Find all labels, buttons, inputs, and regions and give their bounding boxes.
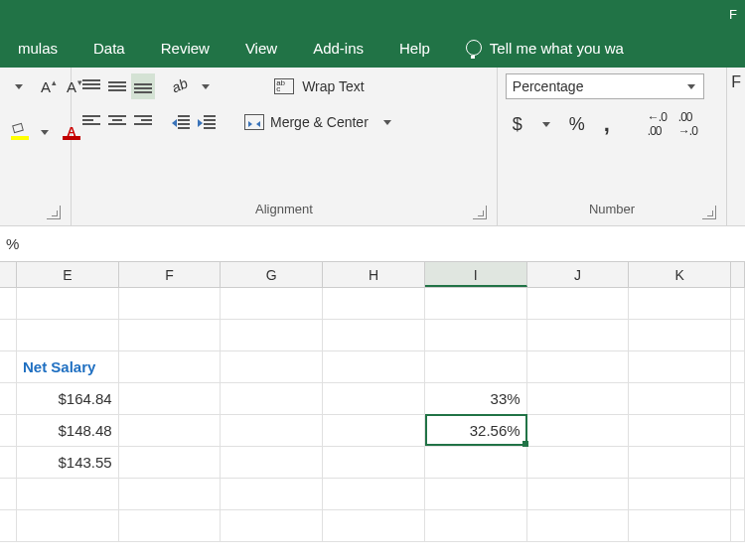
cell[interactable]: 33% <box>425 383 527 415</box>
fill-color-button[interactable] <box>8 119 32 145</box>
font-size-dropdown[interactable] <box>8 73 32 99</box>
column-header-I[interactable]: I <box>425 262 527 287</box>
cell[interactable] <box>0 351 17 383</box>
grow-font-button[interactable]: A <box>34 73 58 99</box>
cell[interactable]: Net Salary <box>17 351 119 383</box>
increase-decimal-button[interactable]: ←.0.00 <box>645 111 670 137</box>
cell[interactable] <box>527 351 630 383</box>
cell[interactable] <box>119 288 222 320</box>
cell[interactable] <box>527 510 630 542</box>
cell[interactable] <box>0 288 17 320</box>
align-center-button[interactable] <box>105 109 129 135</box>
align-middle-button[interactable] <box>105 73 129 99</box>
align-right-button[interactable] <box>131 109 155 135</box>
accounting-format-button[interactable]: $ <box>506 111 529 137</box>
column-header-H[interactable]: H <box>323 262 425 287</box>
formula-bar[interactable]: % <box>0 226 745 262</box>
cell[interactable] <box>527 447 630 479</box>
cell[interactable] <box>731 288 745 320</box>
tell-me-search[interactable]: Tell me what you wa <box>448 40 624 57</box>
cell[interactable] <box>629 383 731 415</box>
cell[interactable] <box>323 447 425 479</box>
cell[interactable] <box>0 510 17 542</box>
cell[interactable] <box>221 351 323 383</box>
column-header-E[interactable]: E <box>17 262 119 287</box>
comma-style-button[interactable]: , <box>595 111 619 137</box>
orientation-button[interactable] <box>169 73 193 99</box>
cell[interactable] <box>629 447 731 479</box>
align-top-button[interactable] <box>79 73 103 99</box>
cell[interactable] <box>323 415 425 447</box>
cell[interactable]: 32.56% <box>425 415 527 447</box>
cell[interactable] <box>527 288 630 320</box>
cell[interactable] <box>629 479 731 510</box>
cell[interactable]: $164.84 <box>17 383 119 415</box>
merge-center-button[interactable]: Merge & Center <box>238 109 374 135</box>
column-header-F[interactable]: F <box>119 262 222 287</box>
tab-formulas-partial[interactable]: mulas <box>0 28 75 68</box>
cell[interactable] <box>629 288 731 320</box>
cell[interactable] <box>731 415 745 447</box>
cell[interactable] <box>323 351 425 383</box>
tab-help[interactable]: Help <box>381 28 448 68</box>
cell[interactable] <box>731 479 745 510</box>
cell[interactable] <box>221 447 323 479</box>
cell[interactable] <box>323 479 425 510</box>
column-header-end[interactable] <box>731 262 745 287</box>
cell[interactable] <box>527 415 630 447</box>
cell[interactable] <box>425 351 527 383</box>
cell[interactable] <box>731 510 745 542</box>
cell[interactable] <box>731 320 745 351</box>
dialog-launcher-icon[interactable] <box>473 206 487 219</box>
dialog-launcher-icon[interactable] <box>702 206 716 219</box>
tab-addins[interactable]: Add-ins <box>295 28 381 68</box>
increase-indent-button[interactable] <box>195 109 219 135</box>
cell[interactable] <box>425 510 527 542</box>
cell[interactable] <box>17 288 119 320</box>
cell[interactable] <box>0 320 17 351</box>
cell[interactable] <box>119 320 222 351</box>
cell[interactable] <box>17 510 119 542</box>
cell[interactable] <box>629 351 731 383</box>
cell[interactable] <box>0 447 17 479</box>
cell[interactable] <box>527 383 630 415</box>
align-bottom-button[interactable] <box>131 73 155 99</box>
column-header-K[interactable]: K <box>629 262 731 287</box>
cell[interactable] <box>119 447 222 479</box>
number-format-select[interactable]: Percentage <box>506 73 704 99</box>
tab-view[interactable]: View <box>227 28 295 68</box>
cell[interactable] <box>0 479 17 510</box>
cell[interactable] <box>731 383 745 415</box>
cell[interactable] <box>119 415 222 447</box>
fill-color-dropdown[interactable] <box>34 119 58 145</box>
column-header-partial[interactable] <box>0 262 17 287</box>
percent-style-button[interactable]: % <box>565 111 589 137</box>
cell[interactable] <box>221 510 323 542</box>
cell[interactable] <box>629 415 731 447</box>
cell[interactable] <box>425 447 527 479</box>
cell[interactable] <box>0 415 17 447</box>
tab-data[interactable]: Data <box>75 28 143 68</box>
wrap-text-button[interactable]: Wrap Text <box>238 73 400 99</box>
tab-review[interactable]: Review <box>143 28 227 68</box>
dialog-launcher-icon[interactable] <box>47 206 61 219</box>
cell[interactable] <box>221 288 323 320</box>
cell[interactable] <box>221 415 323 447</box>
cell[interactable]: $143.55 <box>17 447 119 479</box>
cell[interactable] <box>119 510 222 542</box>
cell[interactable] <box>119 479 222 510</box>
cell[interactable] <box>119 351 222 383</box>
merge-dropdown[interactable] <box>376 109 400 135</box>
accounting-dropdown[interactable] <box>535 111 559 137</box>
cell[interactable] <box>425 479 527 510</box>
cell[interactable] <box>17 479 119 510</box>
decrease-decimal-button[interactable]: .00→.0 <box>675 111 700 137</box>
cell[interactable] <box>629 510 731 542</box>
align-left-button[interactable] <box>79 109 103 135</box>
cell[interactable] <box>221 320 323 351</box>
cell[interactable] <box>323 320 425 351</box>
cell[interactable] <box>731 447 745 479</box>
cell[interactable]: $148.48 <box>17 415 119 447</box>
cell[interactable] <box>221 383 323 415</box>
grid-body[interactable]: Net Salary$164.8433%$148.4832.56%$143.55 <box>0 288 745 542</box>
